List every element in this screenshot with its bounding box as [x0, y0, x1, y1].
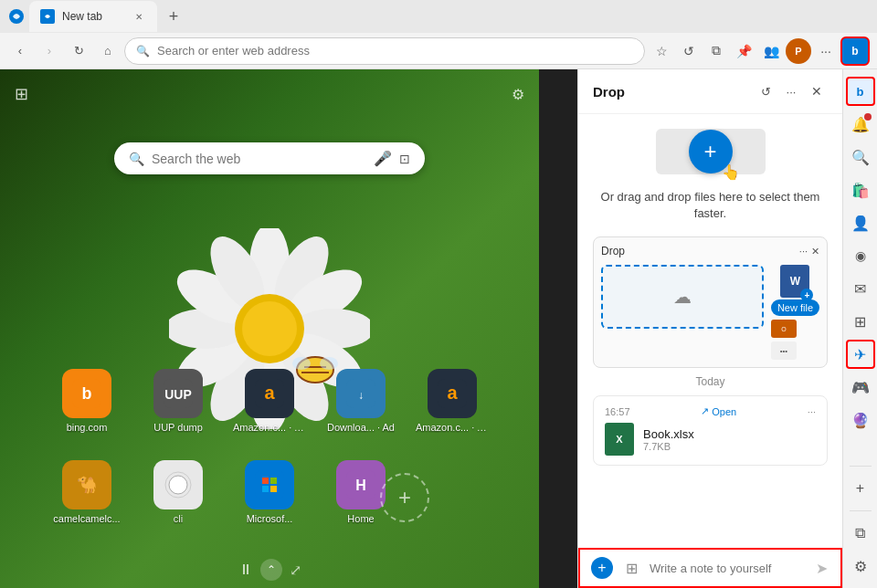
cloud-upload-icon: ☁	[673, 286, 692, 308]
profile-button[interactable]: P	[786, 38, 811, 64]
visual-search-icon[interactable]: ⊡	[399, 152, 410, 166]
dial-home-label: Home	[347, 513, 374, 524]
browser-logo-icon[interactable]	[7, 7, 26, 26]
dial-cli[interactable]: cli	[137, 451, 219, 533]
scroll-up-button[interactable]: ⌃	[260, 559, 282, 581]
drop-refresh-icon[interactable]: ↺	[755, 80, 777, 102]
pause-button[interactable]: ⏸	[238, 562, 253, 578]
game-icon: 🎮	[851, 379, 870, 396]
mini-close-button[interactable]: ✕	[811, 246, 819, 257]
file-more-button[interactable]: ···	[808, 406, 816, 417]
file-content: X Book.xlsx 7.7KB	[605, 423, 816, 456]
drop-plane-icon: ✈	[854, 346, 866, 363]
sidebar-magic-icon[interactable]: 🔮	[846, 405, 875, 435]
forward-button[interactable]: ›	[37, 38, 62, 64]
sidebar-drop-icon[interactable]: ✈	[846, 340, 875, 369]
dial-camel[interactable]: 🐪 camelcamelc...	[46, 451, 128, 533]
right-sidebar: b 🔔 🔍 🛍️ 👤 ◉ ✉ ⊞ ✈ 🎮 🔮 + ⧉ ⚙	[842, 69, 877, 588]
more-button[interactable]: ···	[813, 38, 839, 64]
dial-amazon1[interactable]: a Amazon.c... · Ad	[228, 360, 311, 442]
fullscreen-button[interactable]: ⤢	[290, 562, 301, 579]
newtab-settings-icon[interactable]: ⚙	[512, 86, 524, 103]
split-icon[interactable]: ⧉	[703, 38, 729, 64]
home-button[interactable]: ⌂	[95, 38, 121, 64]
word-file-icon: W +	[780, 265, 809, 298]
nav-bar: ‹ › ↻ ⌂ 🔍 ☆ ↺ ⧉ 📌 👥 P ··· b	[0, 33, 877, 69]
file-name: Book.xlsx	[643, 427, 816, 441]
mini-sidebar: W + New file O •••	[771, 265, 819, 360]
search-input[interactable]	[152, 152, 366, 166]
drop-upload-area: + 👆 Or drag and drop files here to selec…	[578, 114, 842, 236]
sidebar-search-icon[interactable]: 🔍	[846, 142, 875, 172]
profiles-icon[interactable]: 👥	[758, 38, 784, 64]
svg-point-33	[169, 476, 187, 494]
sidebar-divider	[850, 466, 872, 467]
dial-bing[interactable]: b bing.com	[46, 360, 128, 442]
new-tab-button[interactable]: +	[161, 4, 186, 29]
back-button[interactable]: ‹	[7, 38, 33, 64]
sidebar-game-icon[interactable]: 🎮	[846, 373, 875, 402]
svg-text:a: a	[447, 383, 458, 403]
address-input[interactable]	[157, 44, 633, 58]
dial-home-icon: H	[336, 460, 386, 509]
new-file-button[interactable]: New file	[771, 299, 819, 316]
sidebar-people-icon[interactable]: 👤	[846, 208, 875, 237]
svg-text:a: a	[264, 383, 275, 403]
drop-panel-header: Drop ↺ ··· ✕	[578, 69, 842, 114]
upload-preview-bar: + 👆	[656, 129, 766, 174]
address-bar[interactable]: 🔍	[124, 37, 645, 65]
people-icon: 👤	[851, 215, 870, 232]
active-tab[interactable]: New tab ✕	[29, 1, 157, 32]
upload-add-button[interactable]: + 👆	[689, 130, 733, 173]
note-emoji-button[interactable]: ⊞	[620, 557, 642, 579]
plus-icon: +	[703, 139, 716, 164]
open-icon: ↗	[701, 405, 709, 417]
file-size: 7.7KB	[643, 441, 816, 452]
mini-more-button[interactable]: ···	[799, 246, 808, 257]
dial-cli-icon	[153, 460, 203, 509]
sidebar-edge-icon[interactable]: ◉	[846, 241, 875, 270]
dial-download[interactable]: ↓ Downloa... · Ad	[320, 360, 402, 442]
sidebar-settings-icon[interactable]: ⚙	[846, 551, 875, 581]
sidebar-bell-icon[interactable]: 🔔	[846, 110, 875, 139]
mini-drop-zone[interactable]: ☁	[601, 265, 764, 329]
sidebar-window-icon[interactable]: ⧉	[846, 519, 875, 548]
note-input[interactable]	[650, 562, 803, 575]
dial-microsoft[interactable]: Microsof...	[228, 451, 311, 533]
new-tab-page-area: ⊞ ⚙ 🔍 🎤 ⊡ b bing.com UUP	[0, 69, 539, 588]
file-item-book: 16:57 ↗ Open ··· X Book.xlsx 7.7KB	[593, 395, 828, 466]
add-site-button[interactable]: +	[380, 473, 429, 522]
sidebar-add-icon[interactable]: +	[846, 474, 875, 503]
today-section: Today	[578, 368, 842, 392]
favorites-icon[interactable]: ☆	[649, 38, 674, 64]
drop-panel-title: Drop	[593, 84, 747, 100]
pin-icon[interactable]: 📌	[731, 38, 756, 64]
drop-more-icon[interactable]: ···	[780, 80, 802, 102]
bag-icon: 🛍️	[851, 182, 870, 199]
mini-drop-content: ☁ W + New file O •••	[601, 265, 819, 360]
dial-amazon2[interactable]: a Amazon.c... · Ad	[411, 360, 493, 442]
today-label: Today	[593, 375, 828, 388]
sidebar-outlook-icon[interactable]: ✉	[846, 274, 875, 303]
sidebar-bag-icon[interactable]: 🛍️	[846, 175, 875, 205]
note-send-button[interactable]: ➤	[810, 557, 832, 579]
bing-copilot-button[interactable]: b	[840, 37, 870, 66]
collections-icon[interactable]: ↺	[676, 38, 702, 64]
sidebar-office-icon[interactable]: ⊞	[846, 307, 875, 336]
note-add-button[interactable]: +	[591, 557, 613, 579]
sidebar-copilot-icon[interactable]: b	[846, 77, 875, 106]
refresh-button[interactable]: ↻	[66, 38, 91, 64]
search-bar[interactable]: 🔍 🎤 ⊡	[114, 142, 425, 174]
new-file-label: New file	[777, 302, 813, 313]
office-icon: ⊞	[854, 313, 866, 331]
file-open-button[interactable]: ↗ Open	[701, 405, 736, 417]
tab-close-button[interactable]: ✕	[132, 9, 146, 24]
apps-grid-icon[interactable]: ⊞	[15, 84, 28, 104]
drop-close-button[interactable]: ✕	[806, 80, 828, 102]
svg-text:UUP: UUP	[164, 387, 192, 402]
dial-uup[interactable]: UUP UUP dump	[137, 360, 219, 442]
excel-icon: X	[605, 423, 634, 456]
dial-bing-label: bing.com	[67, 422, 108, 433]
mic-icon[interactable]: 🎤	[374, 150, 392, 167]
dial-cli-label: cli	[174, 513, 183, 524]
